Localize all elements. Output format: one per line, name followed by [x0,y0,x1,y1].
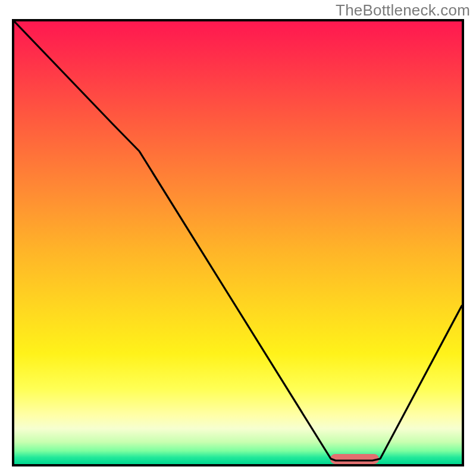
watermark-text: TheBottleneck.com [336,1,470,20]
plot-frame [12,19,464,466]
curve-svg [14,21,462,464]
bottleneck-curve-path [14,21,462,461]
chart-container: TheBottleneck.com [0,0,476,476]
